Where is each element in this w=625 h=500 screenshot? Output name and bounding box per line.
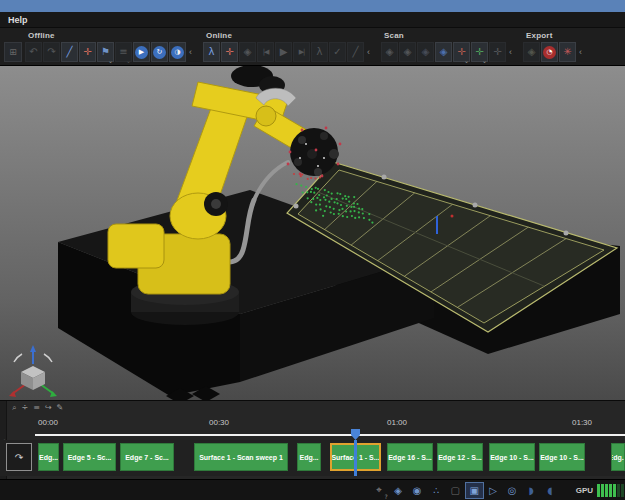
waypoint-button[interactable]: ⚑⌄ [97,42,114,62]
toolbar-group-export: Export◈◔✳‹ [523,29,584,64]
frames-button[interactable]: ✛ [489,42,506,62]
gpu-meter-bar [601,484,604,497]
timeline-ruler[interactable]: 00:0000:3001:0001:30 [0,414,625,440]
target-toggle-icon[interactable]: ◎ [504,483,521,498]
redo-button[interactable]: ↷ [43,42,60,62]
move-segment-button[interactable]: ↷ [6,443,32,471]
collapse-group-icon[interactable]: ‹ [509,47,512,57]
probe-help-icon[interactable]: ⌖? [371,483,388,498]
ruler-time-label: 00:00 [38,418,58,427]
connect-robot-icon: λ [209,47,215,57]
split-icon[interactable]: ÷ [21,403,28,412]
play-simulation-button[interactable]: ▶ [133,42,150,62]
scanner-a-icon: ◈ [386,47,394,57]
redo-icon: ↷ [47,47,55,57]
draw-path-icon: ╱ [66,47,72,57]
program-list-button[interactable]: ≡⌄ [115,42,132,62]
points-toggle-icon[interactable]: ∴ [428,483,445,498]
collapse-group-icon[interactable]: ‹ [579,47,582,57]
application-window: Help ⊞ Offline↶↷╱✛⚑⌄≡⌄▶↻◑‹Onlineλ✛◈|◀▶▶|… [0,0,625,500]
loop-path-icon[interactable]: ↪ [45,403,52,412]
statusbar-icons: ⌖?◈◉∴▢▣▷◎◗◖ [370,483,560,498]
toolbar-group-scan: Scan◈◈◈◈✛⌄✛⌄✛‹ [381,29,514,64]
skip-start-button[interactable]: |◀ [257,42,274,62]
play-robot-button[interactable]: ▶ [275,42,292,62]
export-brand-icon: ◔ [543,46,556,59]
timeline-block[interactable]: Edg... [297,443,321,471]
scanner-c-button[interactable]: ◈ [417,42,434,62]
group-label: Online [206,31,232,40]
robot-status-icon: λ [317,47,323,57]
record-simulation-button[interactable]: ◑ [169,42,186,62]
undo-icon: ↶ [29,47,37,57]
timeline-block[interactable]: Surface 1 - Scan sweep 1 [194,443,288,471]
scanner-b-button[interactable]: ◈ [399,42,416,62]
snap-icon[interactable]: ⌕ [12,403,16,413]
add-frame-button[interactable]: ✛⌄ [453,42,470,62]
sync-button[interactable]: ◈ [239,42,256,62]
toolbar: ⊞ Offline↶↷╱✛⚑⌄≡⌄▶↻◑‹Onlineλ✛◈|◀▶▶|λ✓╱‹S… [0,28,625,66]
move-segment-icon: ↷ [15,452,23,463]
undo-button[interactable]: ↶ [25,42,42,62]
surface-toggle-icon[interactable]: ◗ [523,483,540,498]
timeline-block[interactable]: Edge 10 - S... [489,443,535,471]
gpu-meter-bar [597,484,600,497]
collapse-group-icon[interactable]: ‹ [367,47,370,57]
playhead-handle[interactable] [351,429,360,440]
toolbar-group-online: Onlineλ✛◈|◀▶▶|λ✓╱‹ [203,29,372,64]
gpu-meter-bar [613,484,616,497]
app-menu-button[interactable]: ⊞ [4,42,22,62]
mesh-toggle-icon[interactable]: ◈ [390,483,407,498]
timeline-block[interactable]: Edge 12 - S... [437,443,483,471]
timeline-block[interactable]: Edge 5 - Sc... [63,443,116,471]
menu-help[interactable]: Help [8,15,28,25]
dropdown-caret-icon: ⌄ [482,57,487,64]
timeline-block[interactable]: Edge 7 - Sc... [120,443,174,471]
online-frame-button[interactable]: ✛ [221,42,238,62]
skip-start-icon: |◀ [263,49,269,56]
gpu-meter-bar [617,484,620,497]
playhead-line[interactable] [354,440,357,476]
draw-path-button[interactable]: ╱ [61,42,78,62]
bounding-box-icon[interactable]: ▢ [447,483,464,498]
viewport-3d[interactable] [0,66,625,400]
projector-toggle-icon[interactable]: ▷ [485,483,502,498]
ruler-line [35,434,625,436]
group-label: Offline [28,31,55,40]
solid-toggle-icon[interactable]: ◖ [542,483,559,498]
collapse-group-icon[interactable]: ‹ [189,47,192,57]
scanner-a-button[interactable]: ◈ [381,42,398,62]
online-frame-icon: ✛ [225,47,233,57]
align-icon[interactable]: ≡ [33,403,40,412]
robot-status-button[interactable]: λ [311,42,328,62]
gpu-meter-bar [621,484,624,497]
group-label: Export [526,31,553,40]
timeline-block[interactable]: Edge 10 - S... [539,443,585,471]
connect-robot-button[interactable]: λ [203,42,220,62]
export-brand-button[interactable]: ◔ [541,42,558,62]
dropdown-caret-icon: ⌄ [126,57,131,64]
edit-path-icon[interactable]: ✎ [57,403,64,412]
dropdown-caret-icon: ⌄ [464,57,469,64]
remove-frame-button[interactable]: ✛⌄ [471,42,488,62]
export-pointcloud-button[interactable]: ✳ [559,42,576,62]
gpu-label: GPU [576,486,593,495]
cad-toggle-icon[interactable]: ◉ [409,483,426,498]
screen-toggle-icon[interactable]: ▣ [466,483,483,498]
loop-simulation-icon: ↻ [153,46,166,59]
scanner-d-button[interactable]: ◈ [435,42,452,62]
toolbar-groups: Offline↶↷╱✛⚑⌄≡⌄▶↻◑‹Onlineλ✛◈|◀▶▶|λ✓╱‹Sca… [25,29,593,64]
timeline-block[interactable]: Edge 16 - S... [387,443,433,471]
draw-online-button[interactable]: ╱ [347,42,364,62]
confirm-button[interactable]: ✓ [329,42,346,62]
export-mesh-button[interactable]: ◈ [523,42,540,62]
title-bar [0,0,625,12]
skip-end-button[interactable]: ▶| [293,42,310,62]
timeline-block[interactable]: Edg... [38,443,59,471]
robot-frame-button[interactable]: ✛ [79,42,96,62]
waypoint-icon: ⚑ [101,47,110,57]
timeline-block[interactable]: Edg... [611,443,625,471]
confirm-icon: ✓ [333,47,341,57]
loop-simulation-button[interactable]: ↻ [151,42,168,62]
gpu-meter-bar [609,484,612,497]
